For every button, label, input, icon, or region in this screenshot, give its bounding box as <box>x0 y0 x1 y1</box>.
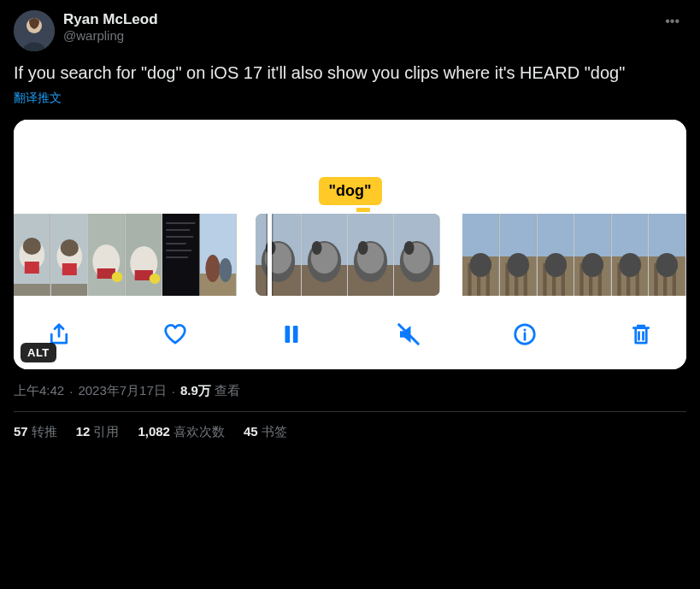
info-icon[interactable] <box>510 320 539 349</box>
svg-rect-88 <box>293 326 298 343</box>
timeline-thumbnail[interactable] <box>162 214 200 296</box>
svg-rect-6 <box>14 284 50 296</box>
pause-icon[interactable] <box>277 320 306 349</box>
timeline-thumbnail[interactable] <box>51 214 89 296</box>
tweet-time[interactable]: 上午4:42 <box>14 383 64 399</box>
svg-point-29 <box>205 255 220 282</box>
timeline-gap <box>440 214 462 296</box>
stat-retweets[interactable]: 57转推 <box>14 424 57 440</box>
tweet-stats: 57转推 12引用 1,082喜欢次数 45书签 <box>14 424 686 440</box>
svg-rect-23 <box>167 236 194 238</box>
more-options-icon[interactable]: ••• <box>658 10 686 32</box>
tweet-meta: 上午4:42 · 2023年7月17日 · 8.9万 查看 <box>14 383 686 399</box>
svg-point-45 <box>358 241 368 255</box>
timeline-thumbnail[interactable] <box>88 214 126 296</box>
timeline-thumbnail[interactable] <box>612 214 650 296</box>
divider <box>14 411 686 412</box>
alt-badge[interactable]: ALT <box>21 343 56 362</box>
tweet-date[interactable]: 2023年7月17日 <box>78 383 166 399</box>
svg-rect-63 <box>538 214 574 256</box>
author-display-name: Ryan McLeod <box>63 10 158 28</box>
translate-link[interactable]: 翻译推文 <box>14 91 62 106</box>
timeline-thumbnail[interactable] <box>538 214 575 296</box>
timeline-thumbnail[interactable] <box>200 214 238 296</box>
tweet-header: Ryan McLeod @warpling <box>14 10 686 51</box>
media-caption-area: "dog" <box>14 120 686 214</box>
svg-point-68 <box>544 253 567 277</box>
svg-rect-26 <box>167 256 189 258</box>
tweet-container: Ryan McLeod @warpling ••• If you search … <box>0 0 700 451</box>
video-timeline[interactable] <box>14 214 686 296</box>
svg-rect-57 <box>500 214 537 256</box>
timeline-playhead[interactable] <box>268 214 272 296</box>
svg-rect-69 <box>574 214 611 256</box>
timeline-thumbnail[interactable] <box>394 214 440 296</box>
timeline-thumbnail[interactable] <box>256 214 302 296</box>
svg-rect-10 <box>62 263 76 275</box>
svg-point-15 <box>112 272 123 282</box>
author-handle: @warpling <box>63 28 158 44</box>
svg-point-74 <box>582 253 604 277</box>
svg-rect-25 <box>167 250 192 251</box>
timeline-thumbnail[interactable] <box>302 214 348 296</box>
heart-icon[interactable] <box>161 320 190 349</box>
svg-rect-22 <box>167 229 191 231</box>
timeline-thumbnail[interactable] <box>126 214 163 296</box>
svg-point-50 <box>404 241 415 255</box>
avatar[interactable] <box>14 10 55 51</box>
svg-point-56 <box>470 253 492 277</box>
mute-icon[interactable] <box>394 320 423 349</box>
svg-point-62 <box>508 253 530 277</box>
svg-rect-24 <box>167 243 186 244</box>
stat-quotes[interactable]: 12引用 <box>76 424 120 440</box>
svg-point-86 <box>656 253 679 277</box>
author-names[interactable]: Ryan McLeod @warpling <box>63 10 158 44</box>
svg-rect-20 <box>162 214 199 296</box>
timeline-thumbnail[interactable] <box>500 214 538 296</box>
timeline-gap <box>237 214 256 296</box>
svg-point-30 <box>219 258 232 282</box>
media-attachment[interactable]: "dog" <box>14 120 686 369</box>
tweet-text: If you search for "dog" on iOS 17 it'll … <box>14 62 686 85</box>
svg-rect-5 <box>25 262 39 274</box>
caption-bubble: "dog" <box>318 177 381 205</box>
svg-rect-51 <box>462 214 499 256</box>
timeline-thumbnail[interactable] <box>649 214 686 296</box>
views-count[interactable]: 8.9万 <box>180 383 211 399</box>
timeline-thumbnail[interactable] <box>348 214 394 296</box>
svg-rect-11 <box>51 284 88 296</box>
svg-rect-75 <box>612 214 649 256</box>
timeline-active-group[interactable] <box>256 214 440 296</box>
views-label: 查看 <box>215 383 240 399</box>
svg-point-40 <box>312 241 322 255</box>
svg-rect-21 <box>167 222 196 224</box>
svg-point-9 <box>60 239 78 256</box>
timeline-thumbnail[interactable] <box>462 214 500 296</box>
svg-point-90 <box>523 329 526 332</box>
stat-likes[interactable]: 1,082喜欢次数 <box>138 424 225 440</box>
trash-icon[interactable] <box>626 320 656 349</box>
svg-point-80 <box>619 253 641 277</box>
media-controls <box>14 296 686 369</box>
svg-rect-87 <box>285 326 291 343</box>
timeline-thumbnail[interactable] <box>14 214 51 296</box>
svg-rect-81 <box>649 214 685 256</box>
svg-point-4 <box>23 238 41 255</box>
timeline-thumbnail[interactable] <box>574 214 612 296</box>
svg-point-19 <box>149 274 160 284</box>
stat-bookmarks[interactable]: 45书签 <box>244 424 287 440</box>
